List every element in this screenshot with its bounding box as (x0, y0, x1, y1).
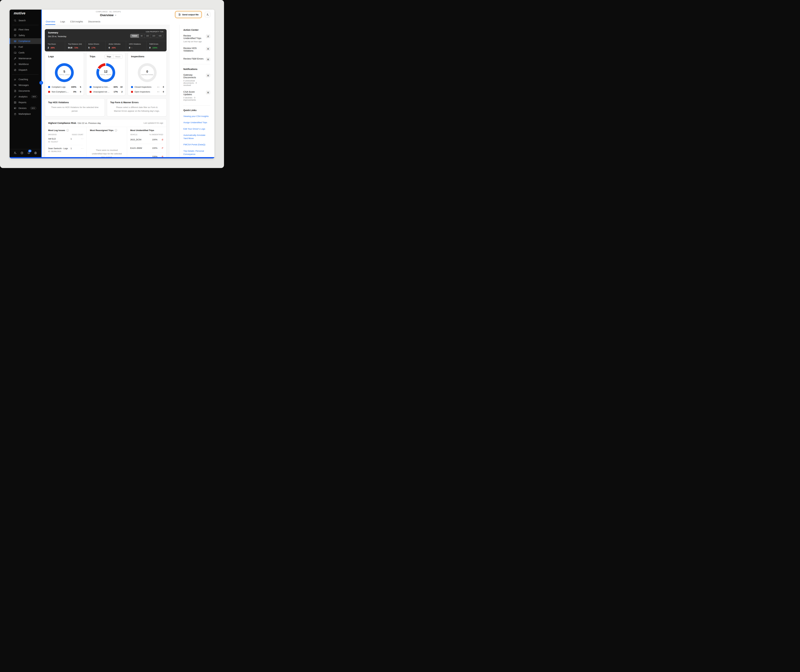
range-16d[interactable]: 16D (144, 34, 150, 38)
tab-overview[interactable]: Overview (45, 20, 55, 25)
sidebar-item-coaching[interactable]: Coaching (10, 77, 41, 82)
notifications-title: Notifications (183, 68, 210, 70)
user-settings-button[interactable] (205, 12, 210, 17)
quicklink-edit-drivers-logs[interactable]: Edit Your Driver's Logs (183, 127, 210, 131)
inspections-card: Inspections 0 INSPECTIONS Closed Inspect… (128, 52, 167, 96)
sidebar-item-workforce[interactable]: Workforce (10, 61, 41, 67)
sidebar-item-fuel[interactable]: Fuel (10, 44, 41, 50)
table-row[interactable]: Erich's BMW 100% ↑7 (130, 144, 163, 152)
count-badge: 2 (206, 34, 210, 38)
help-icon[interactable] (20, 151, 24, 155)
legend-row: Non-Compliant Logs 0% 0 (48, 91, 81, 93)
sidebar-item-cards[interactable]: Cards (10, 50, 41, 56)
legend-swatch-red (90, 91, 91, 93)
stat-delta: ↓40% (111, 47, 116, 49)
panel-divider (183, 105, 210, 106)
motive-logo: motive (10, 11, 41, 16)
new-badge: NEW (30, 107, 36, 109)
range-32d[interactable]: 32D (150, 34, 157, 38)
sidebar-item-search[interactable]: Search (10, 18, 41, 23)
most-log-issues-column: Most Log Issuesi DRIVER/IDISSUE COUNT At… (45, 127, 86, 157)
quicklink-assign-unidentified-trips[interactable]: Assign Unidentified Trips (183, 121, 210, 124)
action-review-hos-violations[interactable]: Review HOS Violations 0 (183, 47, 210, 52)
table-row[interactable]: Sean Santschi - LogsID: SEANLOGS 1 - - (48, 145, 83, 155)
notification-csa-score-updates[interactable]: CSA Score Updates 0 declines · 0 improve… (183, 91, 210, 101)
sidebar-item-label: Cards (19, 51, 24, 54)
notifications-bell[interactable]: 65 (27, 151, 30, 155)
sidebar-item-analytics[interactable]: Analytics NEW (10, 94, 41, 99)
document-icon (14, 90, 16, 92)
action-review-fm-errors[interactable]: Review F&M Errors 0 (183, 58, 210, 60)
sidebar-item-reports[interactable]: Reports (10, 99, 41, 105)
toggle-trips[interactable]: Trips (105, 55, 113, 58)
legend-row: Compliant Logs 100% 5 (48, 86, 81, 88)
legend-row: Assigned or Annota… 83% 10 (90, 86, 123, 88)
stat-delta: -- (131, 47, 133, 49)
admin-user-gear-icon[interactable] (14, 151, 17, 155)
sidebar-item-maintenance[interactable]: Maintenance (10, 56, 41, 61)
sidebar-item-fleet-view[interactable]: Fleet View (10, 27, 41, 32)
stat-delta: ↓100% (152, 47, 157, 49)
sidebar-item-label: Workforce (19, 63, 29, 66)
legend-row: Open Inspections - - 0 (131, 91, 164, 93)
shopping-bag-icon (14, 113, 16, 115)
sidebar-item-compliance[interactable]: Compliance (10, 38, 41, 44)
analytics-icon (14, 95, 16, 98)
sidebar-item-label: Dispatch (19, 69, 27, 71)
sidebar-collapse-button[interactable] (39, 81, 43, 85)
info-icon[interactable]: i (66, 129, 69, 131)
quicklink-annotate-yard-move[interactable]: Automatically Annotate Yard Move (183, 134, 210, 140)
last-updated: Last updated 8 hrs ago (144, 122, 163, 124)
range-8d[interactable]: 8D (139, 34, 144, 38)
table-row[interactable]: Mia Rodriguez 1 (48, 155, 83, 157)
map-icon (14, 28, 16, 31)
table-row[interactable]: Atif ELDID: 4112017 1 - - (48, 136, 83, 145)
toggle-hours[interactable]: Hours (113, 55, 122, 58)
sidebar-divider (12, 74, 38, 75)
table-row[interactable]: 100% ↑5 (130, 152, 163, 157)
sidebar-item-dispatch[interactable]: Dispatch (10, 67, 41, 73)
action-center-title: Action Center (183, 29, 210, 31)
person-icon (14, 63, 16, 66)
risk-card-header: Highest Compliance Risk / Oct 22 vs. Pre… (45, 119, 166, 127)
count-badge: 0 (206, 91, 210, 94)
logs-card: Logs 5 TOTAL LOGS Compliant Logs 100% 5 … (45, 52, 84, 96)
notification-count-badge: 65 (28, 150, 32, 152)
profile-icon[interactable] (34, 151, 37, 155)
tab-csa-insights[interactable]: CSA Insights (70, 20, 83, 25)
sidebar-item-label: Search (19, 19, 26, 22)
action-review-unidentified-trips[interactable]: Review Unidentified Trips Last trip an h… (183, 34, 210, 43)
sidebar-item-documents[interactable]: Documents (10, 88, 41, 94)
summary-stats: Trip Hours 2↓89% Trip Distance (mi) 64.6… (45, 41, 166, 51)
trips-total-label: TOTAL TRIPS (100, 74, 112, 75)
sidebar: motive Search Fleet View Safety Complian… (10, 10, 41, 157)
range-today[interactable]: TODAY (130, 34, 139, 38)
sidebar-divider (10, 149, 41, 149)
quick-links-title: Quick Links (183, 109, 210, 112)
count-badge: 0 (206, 58, 210, 61)
sidebar-item-safety[interactable]: Safety (10, 32, 41, 38)
tab-logs[interactable]: Logs (60, 20, 65, 25)
sidebar-item-messages[interactable]: Messages (10, 82, 41, 88)
compass-icon (14, 69, 16, 71)
stat-delta: ↓72% (73, 47, 78, 49)
sidebar-item-label: Fleet View (19, 28, 29, 31)
logs-total-value: 5 (63, 70, 65, 74)
tab-disconnects[interactable]: Disconnects (88, 20, 101, 25)
legend-swatch-blue (90, 86, 91, 88)
export-file-icon (178, 13, 181, 16)
sidebar-item-marketplace[interactable]: Marketplace (10, 111, 41, 117)
notification-gateway-disconnects[interactable]: Gateway Disconnects 0 unresolved disconn… (183, 74, 210, 86)
info-icon[interactable]: i (115, 129, 117, 131)
quicklink-fmcsa-portal[interactable]: FMCSA Portal (DataQ) (183, 143, 210, 146)
stat-trip-hours: Trip Hours 2↓89% (45, 41, 65, 51)
range-64d[interactable]: 64D (157, 34, 163, 38)
table-row[interactable]: 2615_DC54 100% ↑2 (130, 136, 163, 144)
summary-card: Summary Oct 23 vs. Yesterday USA PROPERT… (45, 29, 166, 51)
sidebar-item-label: Devices (19, 107, 27, 109)
quicklink-trip-details-personal-conveyance[interactable]: Trip Details: Personal Conveyance (183, 149, 210, 156)
sidebar-item-devices[interactable]: Devices NEW (10, 105, 41, 111)
send-output-file-button[interactable]: Send output file (176, 12, 201, 17)
quicklink-viewing-csa-insights[interactable]: Viewing your CSA Insights (183, 115, 210, 118)
page-title-dropdown[interactable]: Overview (96, 13, 121, 17)
